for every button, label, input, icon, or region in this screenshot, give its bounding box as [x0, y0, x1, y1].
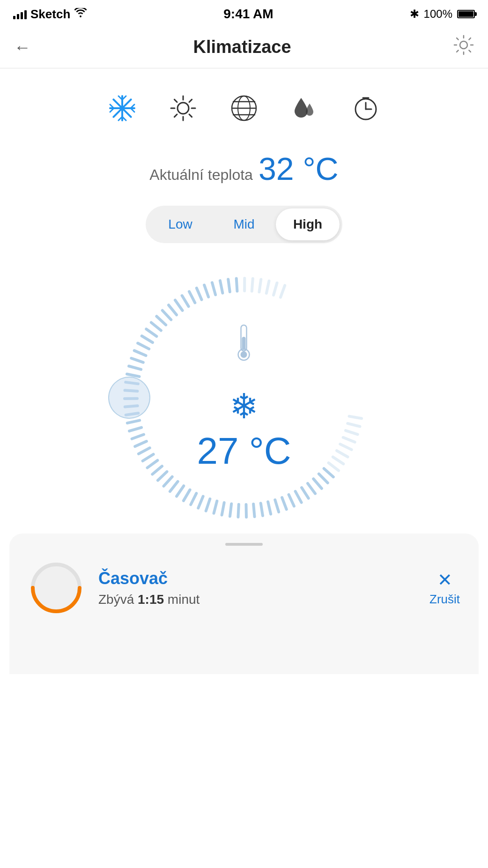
- settings-icon[interactable]: [453, 35, 474, 59]
- fan-high-button[interactable]: High: [276, 208, 340, 240]
- dial-handle[interactable]: [108, 377, 150, 419]
- svg-line-64: [152, 466, 162, 474]
- timer-circle-svg: [28, 560, 84, 616]
- svg-line-37: [333, 457, 343, 464]
- svg-line-21: [174, 114, 177, 117]
- current-temp-value: 32 °C: [259, 150, 339, 187]
- svg-line-46: [282, 497, 287, 509]
- mode-dry-button[interactable]: [291, 94, 319, 122]
- timer-info: Časovač Zbývá 1:15 minut: [98, 569, 415, 607]
- svg-line-89: [182, 296, 189, 306]
- svg-line-102: [281, 285, 285, 297]
- mode-cool-button[interactable]: [108, 94, 136, 122]
- svg-line-87: [169, 305, 177, 315]
- svg-line-32: [348, 423, 360, 427]
- dial-snowflake-icon: ❄: [229, 389, 259, 424]
- timer-remaining: Zbývá 1:15 minut: [98, 592, 415, 607]
- svg-line-92: [204, 285, 208, 297]
- dial-set-temp: 27 °C: [197, 430, 291, 473]
- mode-icons-row: [0, 68, 488, 141]
- mode-timer-button[interactable]: [352, 94, 380, 122]
- svg-line-59: [184, 490, 190, 501]
- svg-line-36: [337, 451, 348, 457]
- svg-line-66: [143, 454, 154, 461]
- svg-line-48: [268, 502, 271, 514]
- svg-line-81: [138, 343, 149, 349]
- svg-line-61: [170, 482, 178, 491]
- svg-line-88: [175, 300, 183, 311]
- svg-line-38: [329, 463, 339, 470]
- svg-line-65: [147, 460, 157, 468]
- bottom-handle: [225, 543, 263, 546]
- svg-line-98: [252, 279, 253, 291]
- battery-percent: 100%: [424, 7, 452, 21]
- svg-line-51: [246, 504, 246, 517]
- svg-line-60: [177, 486, 184, 496]
- svg-line-33: [346, 430, 358, 434]
- svg-point-13: [177, 103, 189, 114]
- mode-heat-button[interactable]: [169, 94, 197, 122]
- thermometer-icon: [232, 323, 256, 365]
- svg-line-84: [151, 322, 161, 330]
- svg-line-63: [158, 472, 167, 481]
- svg-line-85: [156, 316, 166, 325]
- svg-line-55: [214, 501, 217, 513]
- svg-line-90: [189, 291, 195, 303]
- battery-icon: [457, 10, 475, 18]
- svg-line-62: [164, 477, 172, 486]
- timer-close-icon: ✕: [437, 570, 452, 590]
- page-title: Klimatizace: [193, 37, 291, 57]
- timer-title: Časovač: [98, 569, 415, 588]
- svg-line-80: [134, 350, 146, 356]
- svg-line-67: [139, 448, 150, 454]
- svg-rect-104: [242, 337, 246, 350]
- svg-line-79: [131, 358, 143, 363]
- svg-point-0: [460, 41, 467, 49]
- dial-container: ❄ 27 °C: [0, 262, 488, 534]
- fan-low-button[interactable]: Low: [148, 208, 212, 240]
- svg-line-35: [340, 444, 351, 450]
- dial-center: ❄ 27 °C: [197, 323, 291, 473]
- svg-line-93: [212, 282, 215, 295]
- svg-line-57: [198, 497, 203, 508]
- timer-cancel-label: Zrušit: [429, 592, 460, 607]
- svg-line-71: [127, 420, 140, 423]
- svg-line-41: [313, 479, 322, 489]
- svg-line-40: [319, 474, 328, 483]
- svg-line-69: [132, 435, 144, 439]
- svg-line-100: [266, 281, 269, 293]
- svg-line-83: [146, 329, 156, 336]
- svg-point-106: [241, 351, 247, 358]
- svg-line-45: [289, 495, 294, 506]
- status-left: Sketch: [13, 7, 87, 22]
- svg-line-78: [129, 366, 141, 369]
- svg-line-47: [275, 500, 279, 512]
- svg-line-42: [308, 483, 315, 494]
- wifi-icon: [74, 8, 87, 20]
- timer-cancel-button[interactable]: ✕ Zrušit: [429, 570, 460, 607]
- signal-bars: [13, 9, 27, 19]
- svg-line-101: [274, 283, 277, 295]
- svg-line-86: [163, 311, 171, 320]
- svg-line-54: [222, 503, 224, 515]
- svg-line-34: [343, 438, 355, 442]
- svg-line-44: [296, 491, 302, 503]
- bottom-panel: Časovač Zbývá 1:15 minut ✕ Zrušit: [9, 534, 479, 674]
- svg-line-50: [253, 504, 254, 517]
- mode-fan-button[interactable]: [230, 94, 258, 122]
- svg-line-91: [197, 288, 202, 300]
- svg-line-94: [220, 281, 222, 293]
- svg-line-43: [302, 488, 309, 498]
- svg-line-82: [142, 336, 153, 342]
- back-button[interactable]: ←: [14, 37, 31, 57]
- svg-line-70: [129, 428, 141, 431]
- svg-line-95: [228, 279, 230, 292]
- svg-line-58: [191, 493, 196, 504]
- svg-line-99: [259, 280, 261, 292]
- svg-line-31: [349, 416, 362, 419]
- fan-mid-button[interactable]: Mid: [212, 208, 276, 240]
- timer-row: Časovač Zbývá 1:15 minut ✕ Zrušit: [28, 560, 460, 616]
- svg-line-20: [189, 99, 192, 102]
- svg-line-19: [189, 114, 192, 117]
- status-time: 9:41 AM: [223, 7, 273, 22]
